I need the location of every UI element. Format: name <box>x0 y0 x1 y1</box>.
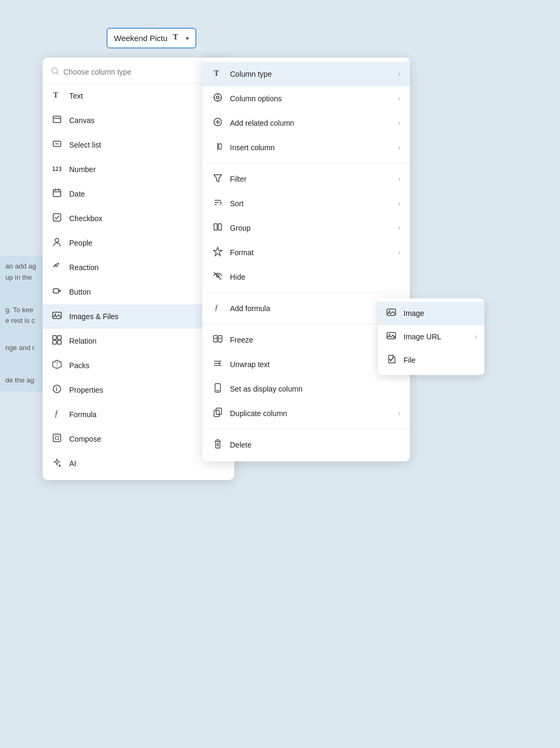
duplicate-col-label: Duplicate column <box>230 409 392 418</box>
date-label: Date <box>69 190 217 198</box>
reaction-icon <box>51 261 63 274</box>
svg-rect-21 <box>57 340 61 344</box>
column-options-label: Column options <box>230 94 392 103</box>
menu-divider-1 <box>202 163 410 164</box>
svg-rect-4 <box>53 116 61 123</box>
image-url-chevron-icon: › <box>475 333 477 340</box>
submenu-item-image[interactable]: Image <box>378 302 484 325</box>
column-header[interactable]: ····· Weekend Pictu T ▾ <box>106 28 196 48</box>
delete-icon <box>212 438 224 451</box>
right-menu-item-set-display-col[interactable]: Set as display column <box>202 377 410 401</box>
format-icon <box>212 246 224 259</box>
number-label: Number <box>69 165 217 174</box>
freeze-label: Freeze <box>230 336 392 344</box>
svg-point-14 <box>55 239 59 242</box>
add-formula-label: Add formula <box>230 304 400 313</box>
right-menu-item-format[interactable]: Format › <box>202 240 410 265</box>
drag-handle: ····· <box>145 21 158 27</box>
filter-label: Filter <box>230 175 392 183</box>
sort-icon <box>212 197 224 210</box>
insert-column-chevron-icon: › <box>398 144 400 151</box>
column-type-menu-icon: T <box>212 68 224 80</box>
svg-line-2 <box>57 73 59 75</box>
people-label: People <box>69 239 217 247</box>
group-label: Group <box>230 224 392 232</box>
file-icon <box>385 354 397 367</box>
svg-rect-25 <box>53 434 61 442</box>
svg-marker-39 <box>214 175 221 182</box>
right-menu-item-insert-column[interactable]: Insert column › <box>202 135 410 160</box>
svg-line-70 <box>391 358 393 361</box>
search-icon <box>51 67 59 77</box>
svg-rect-19 <box>57 336 61 339</box>
right-menu-item-add-related[interactable]: Add related column › <box>202 111 410 135</box>
duplicate-col-icon <box>212 407 224 420</box>
sort-label: Sort <box>230 199 392 208</box>
svg-rect-20 <box>53 340 56 344</box>
right-menu-item-delete[interactable]: Delete <box>202 433 410 457</box>
right-column-menu: T Column type › Column options › Add rel… <box>202 58 410 461</box>
search-input[interactable] <box>63 68 226 76</box>
column-type-icon: T <box>172 32 182 44</box>
column-type-chevron-icon: › <box>398 70 400 78</box>
images-files-label: Images & Files <box>69 312 217 321</box>
image-url-label: Image URL <box>403 332 468 341</box>
filter-icon <box>212 173 224 185</box>
date-icon <box>51 188 63 200</box>
button-icon <box>51 286 63 298</box>
svg-rect-58 <box>216 408 221 414</box>
svg-point-28 <box>214 94 221 101</box>
svg-rect-59 <box>214 410 219 417</box>
right-menu-item-filter[interactable]: Filter › <box>202 167 410 191</box>
image-label: Image <box>403 309 477 318</box>
delete-label: Delete <box>230 441 400 449</box>
svg-text:ƒ: ƒ <box>215 303 219 312</box>
add-related-label: Add related column <box>230 119 392 127</box>
formula-icon: ƒ <box>51 408 63 421</box>
relation-icon <box>51 335 63 347</box>
right-menu-item-hide[interactable]: Hide <box>202 265 410 289</box>
svg-rect-43 <box>214 224 217 230</box>
properties-icon: i <box>51 384 63 396</box>
format-label: Format <box>230 248 392 257</box>
menu-divider-4 <box>202 429 410 429</box>
insert-column-icon <box>212 141 224 154</box>
image-submenu-icon <box>385 307 397 320</box>
svg-rect-38 <box>219 144 221 149</box>
column-options-icon <box>212 92 224 105</box>
svg-text:T: T <box>53 91 59 99</box>
images-files-submenu: Image Image URL › File <box>378 298 484 375</box>
right-menu-item-sort[interactable]: Sort › <box>202 191 410 216</box>
svg-rect-9 <box>53 190 61 197</box>
reaction-label: Reaction <box>69 263 217 272</box>
group-chevron-icon: › <box>398 224 400 232</box>
svg-rect-60 <box>216 441 220 448</box>
insert-column-label: Insert column <box>230 143 392 152</box>
unwrap-text-icon <box>212 358 224 371</box>
svg-text:T: T <box>173 33 178 41</box>
ai-icon <box>51 457 63 470</box>
column-options-chevron-icon: › <box>398 95 400 102</box>
svg-text:T: T <box>214 69 219 77</box>
right-menu-item-duplicate-col[interactable]: Duplicate column › <box>202 401 410 426</box>
right-menu-item-group[interactable]: Group › <box>202 216 410 240</box>
hide-icon <box>212 271 224 283</box>
svg-rect-15 <box>53 289 59 293</box>
right-menu-item-column-type[interactable]: T Column type › <box>202 62 410 86</box>
add-formula-icon: ƒ <box>212 302 224 315</box>
canvas-icon <box>51 114 63 127</box>
svg-rect-65 <box>387 309 396 315</box>
column-type-label: Column type <box>230 70 392 78</box>
submenu-item-image-url[interactable]: Image URL › <box>378 325 484 348</box>
svg-text:ƒ: ƒ <box>54 409 59 418</box>
svg-rect-49 <box>213 336 217 342</box>
svg-rect-18 <box>53 336 56 339</box>
add-related-chevron-icon: › <box>398 119 400 127</box>
svg-rect-13 <box>53 214 61 221</box>
dropdown-chevron-icon: ▾ <box>186 35 189 42</box>
text-label: Text <box>69 92 217 100</box>
relation-label: Relation <box>69 337 199 345</box>
column-name: Weekend Pictu <box>114 34 168 43</box>
submenu-item-file[interactable]: File <box>378 348 484 372</box>
right-menu-item-column-options[interactable]: Column options › <box>202 86 410 111</box>
